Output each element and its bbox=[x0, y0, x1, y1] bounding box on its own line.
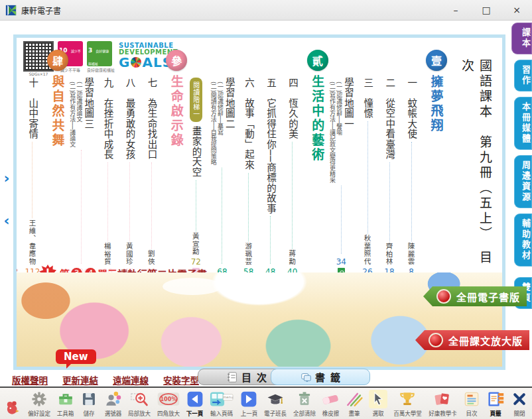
lesson-author: 齊柏林 bbox=[385, 243, 395, 266]
lesson-title: 七 為生命找出口 bbox=[146, 78, 157, 160]
unit-number-badge: 壹 bbox=[426, 50, 447, 71]
class-leader-icon bbox=[266, 390, 285, 408]
tool-zoom-partial[interactable]: 局部放大 bbox=[127, 389, 152, 419]
footer-link-4[interactable]: 安裝字型 bbox=[163, 373, 199, 387]
tool-cards[interactable]: 好康教學卡 bbox=[427, 389, 458, 419]
save-icon bbox=[80, 390, 98, 408]
tabs-icon bbox=[486, 390, 505, 408]
lesson-author: 王維、韋應物 bbox=[27, 219, 37, 265]
toc-item[interactable]: 學習地圖一(一)認識修辭──譬喻(二)寫作有方法──讓記敘文變得更精采34 bbox=[329, 50, 354, 276]
lesson-title: 學習地圖三(一)認識議論文(二)寫作有方法──議論文 bbox=[69, 78, 94, 147]
tool-pen[interactable]: 畫筆 bbox=[344, 389, 364, 419]
tool-tabs[interactable]: 頁籤 bbox=[486, 389, 505, 419]
toc-item[interactable]: 十 山中寄情王維、韋應物112 bbox=[25, 50, 40, 276]
tool-select[interactable]: 選取 bbox=[368, 389, 388, 419]
tool-next-page[interactable]: 下一頁 bbox=[185, 389, 205, 419]
lesson-author: 陳麗雲 bbox=[407, 243, 417, 266]
toc-item[interactable]: 十一 與達駭黑熊走入山林乜寇．索克魯曼122 bbox=[13, 50, 19, 276]
tool-gear[interactable]: 偏好設定 bbox=[27, 389, 52, 419]
tool-close[interactable]: 關閉 bbox=[509, 389, 529, 419]
next-page-icon bbox=[186, 390, 204, 408]
select-icon bbox=[369, 390, 387, 408]
tool-toc[interactable]: 目次 bbox=[462, 389, 482, 419]
tool-save[interactable]: 儲存 bbox=[79, 389, 99, 419]
toc-item[interactable]: 學習地圖二(一)認識修辭──摹寫(二)閱讀有方法──自我提問策略68 bbox=[210, 50, 234, 276]
side-tab-3[interactable]: 本冊媒體 bbox=[514, 97, 532, 150]
reading-ladder-badge: 閱讀階梯一 bbox=[190, 78, 202, 122]
toc-item[interactable]: 五 它抓得住你──商標的故事48 bbox=[263, 50, 279, 276]
lesson-author: 蔣勳 bbox=[287, 250, 297, 265]
tool-label: 四角放大 bbox=[157, 409, 180, 417]
lesson-title: 九 在挫折中成長 bbox=[102, 78, 113, 160]
tool-label: 上一頁 bbox=[240, 409, 257, 417]
tool-label: 目次 bbox=[466, 409, 478, 417]
scroll-left-arrow[interactable]: ‹ bbox=[1, 213, 12, 228]
toc-item[interactable]: 三 憧憬秋葉照代26 bbox=[360, 50, 375, 276]
tool-mascot[interactable] bbox=[3, 397, 23, 419]
page-input-icon: menu bbox=[209, 390, 234, 408]
unit-title: 生命啟示錄 bbox=[168, 75, 186, 148]
tool-page-input[interactable]: menu輸入頁碼 bbox=[208, 389, 235, 419]
svg-text:100%: 100% bbox=[160, 396, 176, 402]
tool-quiz[interactable]: 百萬大學堂 bbox=[392, 389, 423, 419]
page-title: 國語課本 第九冊（五上） 目次 bbox=[458, 50, 494, 276]
table-of-contents: 國語課本 第九冊（五上） 目次壹擁夢飛翔一 蚊帳大使陳麗雲8二 從空中看臺灣齊柏… bbox=[26, 50, 494, 276]
tool-eraser[interactable]: 橡皮擦 bbox=[320, 389, 340, 419]
toc-item[interactable]: 二 從空中看臺灣齊柏林18 bbox=[381, 50, 397, 276]
tool-class-leader[interactable]: 電子班長 bbox=[263, 389, 288, 419]
unit-number-badge: 參 bbox=[166, 50, 187, 71]
toc-item[interactable]: 四 恆久的美蔣勳40 bbox=[285, 50, 300, 276]
tab-bookmark[interactable]: 書籤 bbox=[271, 369, 370, 385]
lesson-title: 六 故事「動」起來 bbox=[243, 78, 254, 170]
gear-icon bbox=[31, 390, 48, 408]
zoom-partial-icon bbox=[130, 390, 149, 408]
scroll-right-arrow[interactable]: › bbox=[1, 171, 12, 186]
toc-item[interactable]: 六 故事「動」起來游珮芸58 bbox=[241, 50, 257, 276]
tool-picker[interactable]: 選號器 bbox=[103, 389, 123, 419]
full-ebook-button[interactable]: 全冊電子書版 bbox=[423, 286, 527, 306]
maximize-button[interactable]: □ bbox=[471, 0, 501, 20]
tool-toolbox[interactable]: 工具箱 bbox=[56, 389, 76, 419]
app-logo-icon bbox=[5, 5, 17, 16]
toc-item[interactable]: 學習地圖三(一)認識議論文(二)寫作有方法──議論文106 bbox=[69, 50, 94, 276]
enlarged-text-button[interactable]: 全冊課文放大版 bbox=[415, 330, 529, 350]
side-tab-1[interactable]: 課本 bbox=[511, 23, 532, 54]
bottom-toolbar: 偏好設定工具箱儲存選號器局部放大100%四角放大下一頁menu輸入頁碼上一頁電子… bbox=[0, 387, 532, 419]
lesson-author: 游珮芸 bbox=[243, 243, 253, 266]
footer-link-2[interactable]: 更新連結 bbox=[62, 373, 98, 387]
minimize-button[interactable]: – bbox=[440, 0, 471, 20]
toc-item[interactable]: 九 在挫折中成長楊裕貿96 bbox=[100, 50, 115, 276]
page-number: 34 bbox=[336, 257, 346, 267]
lesson-author: 劉俠 bbox=[147, 250, 157, 265]
tool-prev-page[interactable]: 上一頁 bbox=[239, 389, 259, 419]
unit-header: 壹擁夢飛翔 bbox=[425, 50, 448, 276]
toc-item[interactable]: 八 最勇敢的女孩黃國珍88 bbox=[121, 50, 137, 276]
check-icon bbox=[436, 289, 451, 304]
toc-item[interactable]: 一 蚊帳大使陳麗雲8 bbox=[403, 50, 419, 276]
quiz-icon bbox=[399, 390, 416, 408]
lesson-title: 四 恆久的美 bbox=[287, 78, 298, 139]
side-tab-4[interactable]: 周邊資源 bbox=[514, 155, 532, 208]
tool-label: 關閉 bbox=[513, 409, 525, 417]
footer-link-3[interactable]: 遠端連線 bbox=[113, 373, 149, 387]
footer-link-1[interactable]: 版權聲明 bbox=[12, 373, 48, 387]
toc-item[interactable]: 閱讀階梯一畫家的天空黃宣勳72 bbox=[188, 50, 204, 276]
tool-zoom-corner[interactable]: 100%四角放大 bbox=[156, 389, 181, 419]
side-tab-strip: 課本習作本冊媒體周邊資源輔助教材雙頁 bbox=[505, 23, 532, 314]
lesson-author: 楊裕貿 bbox=[103, 243, 113, 266]
toc-unit-4: 肆與自然共舞十 山中寄情王維、韋應物112十一 與達駭黑熊走入山林乜寇．索克魯曼… bbox=[13, 50, 69, 276]
lesson-title: 十一 與達駭黑熊走入山林 bbox=[13, 78, 16, 201]
close-button[interactable]: × bbox=[501, 0, 532, 20]
tool-label: 選號器 bbox=[104, 409, 121, 417]
lesson-title: 五 它抓得住你──商標的故事 bbox=[265, 78, 276, 213]
tool-label: 儲存 bbox=[84, 409, 95, 417]
tool-label: 工具箱 bbox=[57, 409, 74, 417]
tool-clear-all[interactable]: 全部清除 bbox=[292, 389, 317, 419]
eraser-icon bbox=[321, 390, 340, 408]
tool-label: 輸入頁碼 bbox=[210, 409, 233, 417]
toc-item[interactable]: 七 為生命找出口劉俠80 bbox=[143, 50, 159, 276]
unit-title: 與自然共舞 bbox=[48, 75, 66, 148]
side-tab-5[interactable]: 輔助教材 bbox=[514, 213, 532, 267]
tool-label: 百萬大學堂 bbox=[393, 409, 422, 417]
side-tab-2[interactable]: 習作 bbox=[514, 60, 532, 91]
